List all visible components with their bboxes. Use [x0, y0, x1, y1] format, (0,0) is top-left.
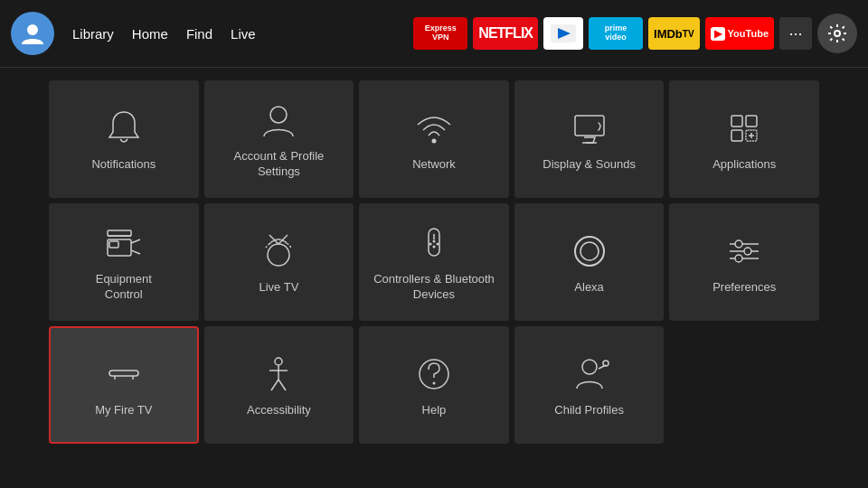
- nav-find[interactable]: Find: [186, 26, 212, 42]
- label-alexa: Alexa: [574, 280, 604, 296]
- youtube-button[interactable]: ▶ YouTube: [705, 17, 774, 50]
- svg-point-35: [735, 255, 742, 262]
- svg-rect-5: [575, 116, 604, 136]
- svg-point-4: [431, 138, 436, 143]
- label-notifications: Notifications: [91, 157, 156, 173]
- svg-point-24: [432, 240, 435, 243]
- label-network: Network: [412, 157, 456, 173]
- nav-library[interactable]: Library: [72, 26, 114, 42]
- label-child-profiles: Child Profiles: [554, 403, 624, 418]
- grid-item-notifications[interactable]: Notifications: [49, 80, 199, 198]
- nav-live[interactable]: Live: [231, 26, 256, 42]
- svg-rect-9: [731, 130, 742, 141]
- grid-item-account-profile[interactable]: Account & ProfileSettings: [204, 80, 354, 198]
- grid-item-my-fire-tv[interactable]: My Fire TV: [49, 326, 199, 444]
- label-account-profile: Account & ProfileSettings: [234, 149, 325, 180]
- grid-item-help[interactable]: Help: [359, 326, 509, 444]
- svg-rect-36: [109, 371, 138, 376]
- settings-button[interactable]: [817, 14, 857, 53]
- svg-rect-7: [731, 116, 742, 127]
- svg-point-3: [270, 107, 287, 123]
- grid-item-applications[interactable]: Applications: [669, 80, 819, 198]
- imdbtv-button[interactable]: IMDb TV: [648, 17, 700, 50]
- label-equipment-control: EquipmentControl: [96, 272, 152, 303]
- label-controllers: Controllers & BluetoothDevices: [373, 272, 495, 303]
- svg-line-42: [271, 380, 278, 390]
- svg-point-46: [582, 360, 597, 374]
- svg-point-33: [735, 240, 742, 248]
- svg-point-27: [436, 243, 439, 246]
- grid-item-controllers[interactable]: Controllers & BluetoothDevices: [359, 203, 509, 321]
- svg-point-34: [744, 248, 751, 255]
- svg-point-2: [835, 31, 840, 36]
- svg-line-17: [131, 239, 140, 243]
- svg-point-0: [27, 24, 38, 35]
- label-accessibility: Accessibility: [247, 403, 311, 418]
- nav-home[interactable]: Home: [132, 26, 168, 42]
- expressvpn-button[interactable]: ExpressVPN: [413, 17, 467, 50]
- svg-rect-16: [108, 230, 131, 236]
- grid-item-live-tv[interactable]: Live TV: [204, 203, 354, 321]
- app-icons: ExpressVPN NETFLIX primevideo IMDb TV ▶ …: [413, 14, 857, 53]
- label-preferences: Preferences: [712, 280, 776, 296]
- svg-point-19: [268, 244, 289, 266]
- label-my-fire-tv: My Fire TV: [95, 403, 152, 418]
- grid-item-preferences[interactable]: Preferences: [669, 203, 819, 321]
- svg-point-29: [580, 242, 599, 260]
- svg-point-25: [432, 246, 435, 249]
- grid-item-child-profiles[interactable]: Child Profiles: [514, 326, 665, 444]
- label-live-tv: Live TV: [259, 280, 298, 296]
- grid-item-alexa[interactable]: Alexa: [514, 203, 665, 321]
- svg-rect-14: [109, 241, 118, 248]
- svg-line-43: [278, 380, 286, 390]
- nav-links: Library Home Find Live: [72, 26, 256, 42]
- svg-point-39: [275, 358, 282, 365]
- svg-line-18: [131, 250, 140, 254]
- label-help: Help: [422, 403, 447, 418]
- grid-item-network[interactable]: Network: [359, 80, 509, 198]
- label-applications: Applications: [712, 157, 776, 173]
- label-display-sounds: Display & Sounds: [542, 157, 636, 173]
- avatar[interactable]: [11, 12, 54, 55]
- top-nav: Library Home Find Live ExpressVPN NETFLI…: [0, 0, 868, 68]
- netflix-button[interactable]: NETFLIX: [473, 17, 538, 50]
- svg-rect-8: [746, 116, 757, 127]
- grid-item-display-sounds[interactable]: Display & Sounds: [514, 80, 665, 198]
- grid-item-accessibility[interactable]: Accessibility: [204, 326, 354, 444]
- primevideo-button[interactable]: primevideo: [589, 17, 643, 50]
- svg-point-26: [429, 243, 431, 246]
- settings-grid: Notifications Account & ProfileSettings …: [0, 68, 868, 456]
- svg-point-45: [432, 381, 435, 384]
- freeplay-button[interactable]: [543, 17, 583, 50]
- more-apps-button[interactable]: ···: [779, 17, 812, 50]
- grid-item-equipment-control[interactable]: EquipmentControl: [49, 203, 199, 321]
